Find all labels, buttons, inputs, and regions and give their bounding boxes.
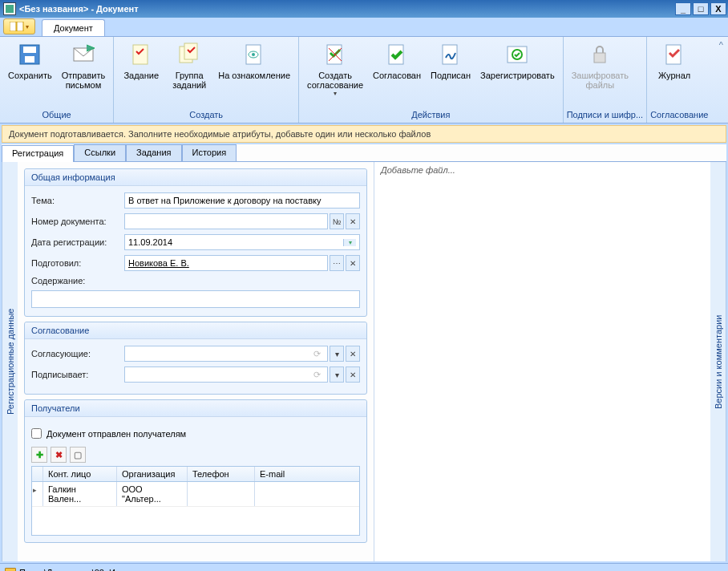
content-textarea[interactable] [31, 290, 360, 308]
fieldset-title: Получатели [25, 400, 366, 417]
file-placeholder: Добавьте файл... [381, 165, 455, 175]
docnum-clear-button[interactable]: ✕ [346, 213, 360, 229]
email-icon [71, 42, 96, 67]
table-row[interactable]: Галкин Вален... ООО "Альтер... [32, 482, 359, 507]
subject-label: Тема: [31, 196, 124, 205]
maximize-button[interactable]: □ [693, 2, 709, 15]
dropdown-icon[interactable]: ▾ [343, 239, 356, 246]
tab-registration[interactable]: Регистрация [2, 145, 74, 162]
approved-icon [384, 42, 410, 67]
title-bar: <Без названия> - Документ _ □ X [0, 0, 728, 18]
ribbon-group-label: Общие [3, 108, 110, 123]
content-label: Содержание: [31, 276, 124, 286]
col-phone[interactable]: Телефон [188, 467, 255, 481]
col-org[interactable]: Организация [117, 467, 188, 481]
save-button[interactable]: Сохранить [3, 38, 57, 82]
task-group-button[interactable]: Группа заданий [165, 38, 213, 91]
signed-icon [438, 42, 463, 67]
preparedby-label: Подготовил: [31, 258, 124, 268]
save-icon [17, 42, 42, 67]
close-button[interactable]: X [710, 2, 726, 15]
signer-dropdown-button[interactable]: ▾ [330, 366, 344, 383]
fieldset-general: Общая информация Тема: Номер документа: … [24, 168, 367, 317]
col-email[interactable]: E-mail [255, 467, 322, 481]
ribbon-group-label: Создать [117, 108, 295, 123]
regdate-label: Дата регистрации: [31, 237, 124, 247]
signer-input[interactable]: ⟳ [124, 366, 328, 383]
delete-recipient-button[interactable]: ✖ [51, 447, 67, 463]
doc-tabs: Регистрация Ссылки Задания История [2, 144, 726, 162]
task-button[interactable]: Задание [117, 38, 165, 82]
sidebar-right-versions[interactable]: Версии и комментарии [710, 162, 726, 561]
subject-input[interactable] [124, 192, 360, 209]
tab-tasks[interactable]: Задания [126, 144, 181, 161]
preparedby-lookup-button[interactable]: ⋯ [330, 255, 344, 271]
approvers-label: Согласующие: [31, 349, 124, 358]
approvers-input[interactable]: ⟳ [124, 346, 328, 362]
status-bar: Папки\Документы\02. Исходящие [0, 563, 728, 571]
preparedby-input[interactable]: Новикова Е. В. [124, 255, 328, 271]
docnum-label: Номер документа: [31, 217, 124, 226]
ribbon: ^ Сохранить Отправить письмом Общие Зада… [0, 37, 728, 124]
docnum-input[interactable] [124, 213, 328, 229]
register-button[interactable]: Зарегистрировать [475, 38, 560, 82]
approval-new-icon [322, 42, 348, 67]
signer-clear-button[interactable]: ✕ [346, 366, 360, 383]
check-recipient-button[interactable]: ▢ [70, 447, 86, 463]
fieldset-title: Согласование [25, 322, 366, 339]
app-menu-button[interactable]: ▾ [3, 18, 35, 34]
info-bar: Документ подготавливается. Заполните нео… [2, 125, 726, 143]
app-icon [3, 2, 16, 15]
folder-icon [5, 568, 16, 572]
app-tab-bar: ▾ Документ [0, 18, 728, 37]
file-drop-pane[interactable]: Добавьте файл... [374, 162, 710, 561]
sent-checkbox[interactable] [31, 428, 42, 439]
form-pane: Общая информация Тема: Номер документа: … [18, 162, 374, 561]
journal-button[interactable]: Журнал [650, 38, 698, 82]
task-group-icon [176, 42, 202, 67]
create-approval-button[interactable]: Создать согласование ▾ [302, 38, 368, 99]
ribbon-group-label: Согласование [650, 108, 708, 123]
review-button[interactable]: На ознакомление [213, 38, 295, 82]
breadcrumb[interactable]: Папки\Документы\02. Исходящие [19, 568, 156, 572]
svg-rect-4 [23, 47, 36, 53]
fieldset-recipients: Получатели Документ отправлен получателя… [24, 399, 367, 543]
approved-button[interactable]: Согласован [368, 38, 426, 82]
preparedby-clear-button[interactable]: ✕ [346, 255, 360, 271]
svg-rect-5 [25, 56, 34, 63]
signed-button[interactable]: Подписан [426, 38, 475, 82]
add-recipient-button[interactable]: ✚ [31, 447, 47, 463]
svg-rect-14 [389, 45, 403, 64]
signer-label: Подписывает: [31, 370, 124, 379]
tab-history[interactable]: История [182, 144, 237, 161]
ribbon-collapse-icon[interactable]: ^ [719, 40, 723, 50]
svg-rect-2 [17, 22, 23, 31]
encrypt-button: Зашифровать файлы [567, 38, 633, 91]
lock-icon [587, 42, 613, 67]
register-icon [504, 42, 530, 67]
recipients-grid: Конт. лицо Организация Телефон E-mail Га… [31, 466, 360, 536]
task-icon [128, 42, 154, 67]
tab-document[interactable]: Документ [42, 19, 105, 36]
send-email-button[interactable]: Отправить письмом [57, 38, 111, 91]
svg-rect-18 [594, 53, 605, 63]
svg-rect-0 [6, 5, 14, 13]
svg-rect-1 [10, 22, 16, 31]
tab-links[interactable]: Ссылки [74, 144, 126, 161]
approvers-clear-button[interactable]: ✕ [346, 346, 360, 362]
window-title: <Без названия> - Документ [19, 4, 675, 14]
svg-rect-7 [133, 45, 148, 64]
fieldset-approval: Согласование Согласующие: ⟳ ▾ ✕ Подписыв… [24, 322, 367, 395]
regdate-input[interactable]: 11.09.2014 ▾ [124, 234, 360, 250]
minimize-button[interactable]: _ [675, 2, 691, 15]
docnum-generate-button[interactable]: № [330, 213, 344, 229]
sent-label: Документ отправлен получателям [47, 429, 186, 439]
svg-point-12 [252, 53, 255, 56]
approvers-dropdown-button[interactable]: ▾ [330, 346, 344, 362]
ribbon-group-label: Подписи и шифр... [567, 108, 644, 123]
fieldset-title: Общая информация [25, 169, 366, 186]
journal-icon [661, 42, 687, 67]
dropdown-icon: ▾ [334, 90, 337, 97]
col-contact[interactable]: Конт. лицо [43, 467, 117, 481]
sidebar-left-registration-data[interactable]: Регистрационные данные [2, 162, 18, 561]
